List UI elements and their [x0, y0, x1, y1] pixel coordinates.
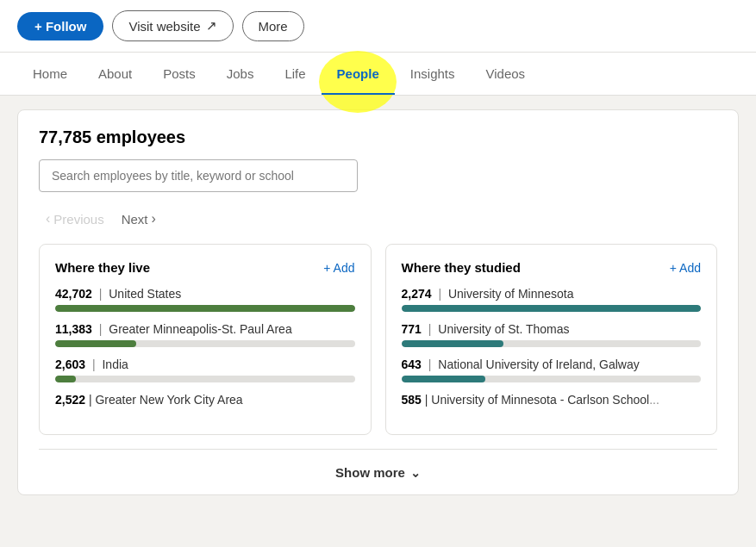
- where-they-live-title-row: Where they live + Add: [55, 260, 355, 275]
- previous-button[interactable]: ‹ Previous: [39, 208, 111, 230]
- show-more-row: Show more ⌄: [39, 449, 717, 494]
- chevron-right-icon: ›: [152, 211, 156, 227]
- where-they-live-title: Where they live: [55, 260, 150, 275]
- nav-item-people-wrapper: People: [322, 53, 395, 95]
- where-they-live-add-button[interactable]: + Add: [323, 261, 354, 275]
- studied-bar-bg-2: [402, 340, 702, 347]
- nav-item-videos[interactable]: Videos: [471, 53, 541, 95]
- nav-item-jobs[interactable]: Jobs: [211, 53, 270, 95]
- employees-count: 77,785 employees: [39, 127, 717, 147]
- live-bar-bg-2: [55, 340, 355, 347]
- studied-bar-bg-1: [402, 305, 702, 312]
- where-they-studied-add-button[interactable]: + Add: [670, 261, 701, 275]
- live-row-3: 2,603 | India: [55, 357, 355, 382]
- studied-row-1: 2,274 | University of Minnesota: [402, 287, 702, 312]
- people-card: 77,785 employees ‹ Previous Next › Whe: [17, 109, 739, 495]
- nav-item-posts[interactable]: Posts: [147, 53, 211, 95]
- nav-item-insights[interactable]: Insights: [395, 53, 471, 95]
- where-they-studied-card: Where they studied + Add 2,274 | Univers…: [385, 244, 718, 435]
- where-they-studied-title-row: Where they studied + Add: [402, 260, 702, 275]
- live-bar-fill-3: [55, 376, 76, 382]
- where-they-studied-title: Where they studied: [402, 260, 521, 275]
- chevron-down-icon: ⌄: [410, 466, 421, 480]
- show-more-button[interactable]: Show more ⌄: [335, 465, 421, 480]
- live-row-4: 2,522 | Greater New York City Area: [55, 393, 355, 410]
- live-bar-bg-3: [55, 376, 355, 382]
- where-they-live-card: Where they live + Add 42,702 | United St…: [39, 244, 372, 435]
- previous-label: Previous: [53, 212, 103, 227]
- chevron-left-icon: ‹: [46, 211, 50, 227]
- live-bar-bg-1: [55, 305, 355, 312]
- studied-label-1: 2,274 | University of Minnesota: [402, 287, 702, 301]
- nav-item-about[interactable]: About: [83, 53, 147, 95]
- live-bar-fill-2: [55, 340, 136, 347]
- main-content: 77,785 employees ‹ Previous Next › Whe: [0, 96, 756, 509]
- studied-label-3: 643 | National University of Ireland, Ga…: [402, 357, 702, 371]
- visit-label: Visit website: [128, 19, 200, 34]
- more-button[interactable]: More: [242, 11, 304, 41]
- live-row-1: 42,702 | United States: [55, 287, 355, 312]
- top-bar: + Follow Visit website ↗ More: [0, 0, 756, 53]
- studied-row-3: 643 | National University of Ireland, Ga…: [402, 357, 702, 382]
- external-link-icon: ↗: [206, 18, 217, 34]
- live-label-1: 42,702 | United States: [55, 287, 355, 301]
- live-bar-fill-1: [55, 305, 355, 312]
- next-label: Next: [122, 212, 148, 227]
- studied-label-4: 585 | University of Minnesota - Carlson …: [402, 393, 702, 410]
- nav-item-home[interactable]: Home: [17, 53, 83, 95]
- studied-bar-bg-3: [402, 376, 702, 382]
- live-label-3: 2,603 | India: [55, 357, 355, 371]
- visit-website-button[interactable]: Visit website ↗: [112, 10, 233, 41]
- studied-row-4: 585 | University of Minnesota - Carlson …: [402, 393, 702, 410]
- studied-label-2: 771 | University of St. Thomas: [402, 322, 702, 336]
- nav-item-people[interactable]: People: [322, 53, 395, 95]
- studied-bar-fill-2: [402, 340, 503, 347]
- live-label-4: 2,522 | Greater New York City Area: [55, 393, 355, 410]
- nav-bar: Home About Posts Jobs Life People Insigh…: [0, 53, 756, 96]
- employee-search-input[interactable]: [39, 159, 358, 192]
- nav-item-life[interactable]: Life: [269, 53, 321, 95]
- show-more-label: Show more: [335, 465, 405, 480]
- follow-button[interactable]: + Follow: [17, 12, 103, 40]
- studied-bar-fill-1: [402, 305, 702, 312]
- studied-bar-fill-3: [402, 376, 485, 382]
- studied-row-2: 771 | University of St. Thomas: [402, 322, 702, 347]
- live-label-2: 11,383 | Greater Minneapolis-St. Paul Ar…: [55, 322, 355, 336]
- pagination: ‹ Previous Next ›: [39, 208, 717, 230]
- next-button[interactable]: Next ›: [115, 208, 163, 230]
- live-row-2: 11,383 | Greater Minneapolis-St. Paul Ar…: [55, 322, 355, 347]
- insights-grid: Where they live + Add 42,702 | United St…: [39, 244, 717, 435]
